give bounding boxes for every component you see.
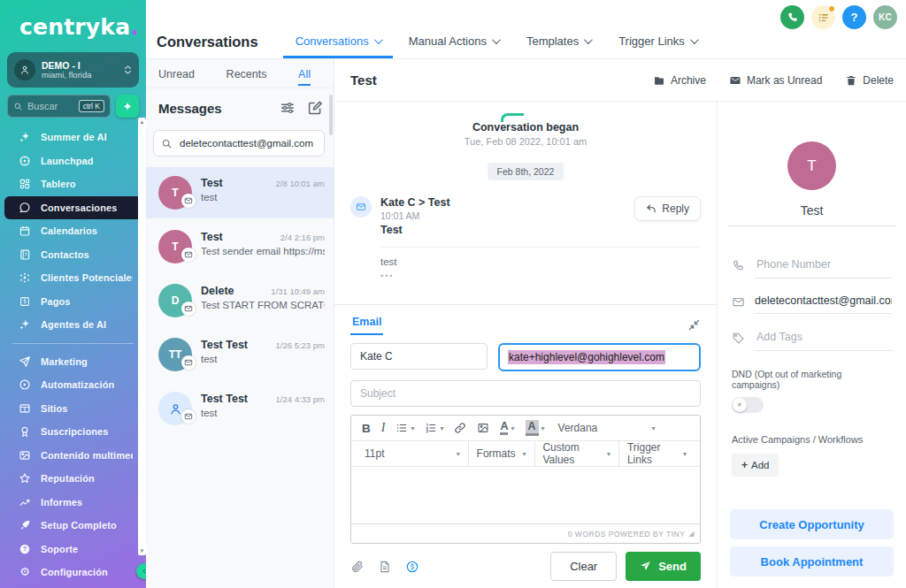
chevron-updown-icon [124,65,132,75]
sidebar-item-informes[interactable]: Informes [4,491,142,515]
sidebar-item-reputaci-n[interactable]: Reputación [4,467,142,491]
sidebar-item-soporte[interactable]: ? Soporte [4,538,142,561]
opportunities-icon [19,271,31,284]
show-trimmed-content[interactable]: ••• [380,271,701,280]
to-email-input[interactable]: kate+highlevel@gohighlevel.com [498,343,701,371]
contact-name[interactable]: Test [728,203,895,226]
reply-button[interactable]: Reply [634,196,701,221]
book-appointment-button[interactable]: Book Appointment [730,546,894,577]
filter-tab-recents[interactable]: Recents [226,62,267,86]
sidebar-collapse-button[interactable] [136,563,146,579]
sidebar-scrollbar[interactable]: ▲ ▼ [138,118,146,555]
sidebar-search-input[interactable]: Buscar ctrl K [7,95,111,118]
conversation-search-input[interactable] [178,137,317,149]
image-button[interactable] [472,416,495,440]
sidebar-item-configuraci-n[interactable]: ⚙ Configuración [4,561,142,584]
delete-button[interactable]: Delete [845,74,894,87]
sparkle-icon: ✦ [123,101,133,112]
sidebar-item-conversaciones[interactable]: Conversaciones [4,196,142,220]
collapse-icon[interactable] [687,318,701,332]
compose-icon[interactable] [307,100,323,116]
tab-conversations[interactable]: Conversations [283,26,393,58]
formats-select[interactable]: Formats▾ [469,441,534,466]
add-campaign-button[interactable]: +Add [732,454,779,477]
filter-tab-unread[interactable]: Unread [158,62,195,86]
subject-input[interactable] [350,380,701,407]
background-color-button[interactable]: A▾ [520,416,550,440]
conversation-list-item[interactable]: T Test 2/8 10:01 am test [146,167,334,218]
chevron-down-icon [492,35,501,44]
sidebar-item-launchpad[interactable]: Launchpad [4,149,142,173]
panel-scrollbar[interactable] [329,95,333,135]
sidebar-item-tablero[interactable]: Tablero [4,172,142,196]
sidebar-item-contactos[interactable]: Contactos [4,243,142,267]
font-size-select[interactable]: 11pt▾ [357,441,468,466]
tab-templates[interactable]: Templates [514,26,603,58]
archive-button[interactable]: Archive [653,74,706,87]
ai-assistant-button[interactable]: ✦ [116,95,139,118]
conversation-list-item[interactable]: TT Test Test 1/26 5:23 pm test [146,329,334,380]
account-switcher[interactable]: DEMO - I miami, florida [7,52,139,88]
editor-statusbar-text: 0 WORDS POWERED BY TINY [568,530,686,538]
tab-manual-actions[interactable]: Manual Actions [396,26,511,58]
sidebar-item-summer-de-ai[interactable]: Summer de AI [4,126,142,149]
filter-icon[interactable] [280,100,296,116]
add-tags-input[interactable] [755,330,892,344]
text-color-button[interactable]: A▾ [495,416,519,440]
font-family-select[interactable]: Verdana▾ [550,416,664,440]
resize-handle-icon[interactable]: ◢ [688,530,695,538]
link-button[interactable] [449,416,472,440]
scroll-up-icon[interactable]: ▲ [140,119,145,125]
mark-as-unread-button[interactable]: Mark as Unread [729,74,822,87]
template-icon[interactable] [378,560,392,574]
conversation-list-item[interactable]: T Test 2/4 2:16 pm Test sender email htt… [146,221,334,272]
chevron-down-icon [584,35,593,44]
sidebar-item-contenido-multimedia[interactable]: Contenido multimedia… [4,444,142,468]
sidebar-item-calendarios[interactable]: Calendarios [4,219,142,243]
custom-values-select[interactable]: Custom Values▾ [534,441,618,466]
conversation-list-item[interactable]: Test Test 1/24 4:33 pm test [146,383,334,434]
contact-email[interactable]: deletecontacttest@gmail.com [755,294,892,307]
clear-button[interactable]: Clear [550,552,617,581]
channel-badge [181,248,196,262]
link-icon [454,422,466,434]
from-name-input[interactable] [350,343,488,370]
bold-button[interactable]: B [357,416,376,440]
send-button[interactable]: Send [626,552,701,581]
sidebar-item-pagos[interactable]: Pagos [4,290,142,314]
sidebar-item-clientes-potenciales[interactable]: Clientes Potenciales [4,266,142,290]
contact-phone-input[interactable] [755,257,892,271]
send-icon [640,561,651,572]
account-name: DEMO - I [42,60,118,71]
trigger-links-select[interactable]: Trigger Links▾ [619,441,695,466]
sidebar-item-marketing[interactable]: Marketing [4,350,142,374]
dnd-toggle[interactable]: ✕ [732,397,764,413]
svg-text:?: ? [23,546,27,552]
tab-trigger-links[interactable]: Trigger Links [606,26,709,58]
tab-email[interactable]: Email [350,314,383,335]
sidebar-item-suscripciones[interactable]: Suscripciones [4,420,142,444]
setup-icon [19,519,31,531]
phone-icon [787,11,799,24]
caret-down-icon: ▾ [457,450,460,458]
sidebar-item-sitios[interactable]: Sitios [4,397,142,421]
sidebar-item-setup-completo[interactable]: Setup Completo [4,514,142,538]
contact-avatar: T [787,141,836,190]
create-opportunity-button[interactable]: Create Opportunity [730,509,894,539]
sidebar-item-agentes-de-ai[interactable]: Agentes de AI [4,313,142,337]
automation-icon [19,378,31,391]
mail-filled-icon [729,74,741,87]
sidebar-item-automatizaci-n[interactable]: Automatización [4,373,142,397]
bullet-list-button[interactable]: ▾ [390,416,419,440]
attachment-icon[interactable] [350,560,365,574]
conversation-list: T Test 2/8 10:01 am test T Test 2/4 2:16… [146,167,334,588]
filter-tab-all[interactable]: All [298,62,311,86]
editor-body[interactable] [351,467,700,523]
conversation-column: Conversation began Tue, Feb 08 2022, 10:… [334,102,717,588]
chevron-down-icon [374,35,383,44]
conversation-list-item[interactable]: D Delete 1/31 10:49 am Test START FROM S… [146,275,334,326]
numbered-list-button[interactable]: ▾ [419,416,449,440]
scroll-down-icon[interactable]: ▼ [140,548,145,554]
italic-button[interactable]: I [376,416,391,440]
request-payment-icon[interactable] [405,560,419,574]
